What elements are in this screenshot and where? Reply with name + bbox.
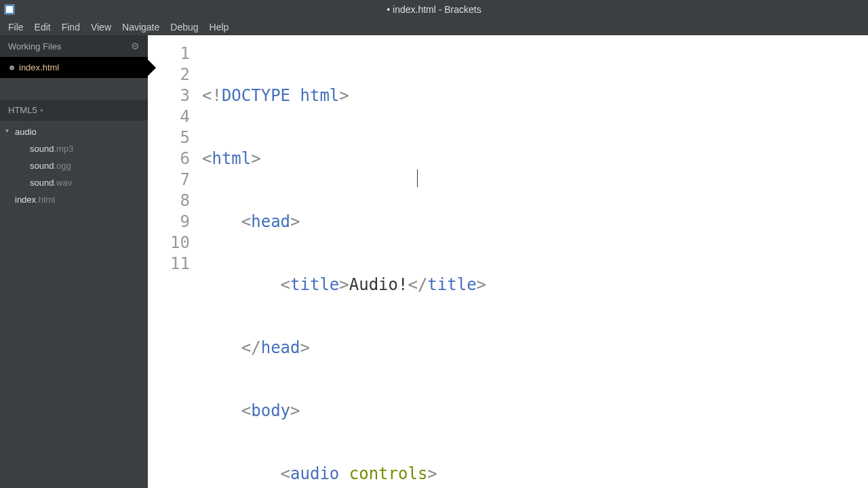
- tree-file[interactable]: sound.ogg: [0, 157, 148, 174]
- tree-file[interactable]: sound.mp3: [0, 140, 148, 157]
- code-line: <title>Audio!</title>: [202, 274, 868, 296]
- menu-find[interactable]: Find: [56, 20, 85, 34]
- menu-debug[interactable]: Debug: [165, 20, 203, 34]
- active-file-arrow-icon: [146, 58, 156, 77]
- menubar: File Edit Find View Navigate Debug Help: [0, 19, 868, 35]
- working-files-header: Working Files ⚙: [0, 35, 148, 57]
- menu-file[interactable]: File: [3, 20, 29, 34]
- app-icon: [4, 4, 15, 15]
- tree-file-index[interactable]: index.html: [0, 191, 148, 208]
- code-line: </head>: [202, 338, 868, 359]
- menu-view[interactable]: View: [85, 20, 117, 34]
- dirty-indicator-icon: [9, 65, 14, 70]
- working-file-item[interactable]: index.html: [0, 57, 148, 78]
- working-files-label: Working Files: [8, 41, 62, 52]
- code-line: <head>: [202, 211, 868, 232]
- menu-edit[interactable]: Edit: [29, 20, 56, 34]
- folder-name: audio: [15, 127, 37, 137]
- gear-icon[interactable]: ⚙: [131, 41, 140, 52]
- main-area: Working Files ⚙ index.html HTML5 ▾ audio…: [0, 35, 868, 488]
- project-header[interactable]: HTML5 ▾: [0, 100, 148, 121]
- menu-help[interactable]: Help: [204, 20, 235, 34]
- code-line: <audio controls>: [202, 464, 868, 485]
- menu-navigate[interactable]: Navigate: [117, 20, 165, 34]
- window-title: • index.html - Brackets: [387, 4, 481, 15]
- titlebar: • index.html - Brackets: [0, 0, 868, 19]
- working-file-name: index.html: [19, 62, 59, 73]
- code-editor[interactable]: 1 2 3 4 5 6 7 8 9 10 11 <!DOCTYPE html> …: [148, 35, 868, 488]
- project-label: HTML5: [8, 105, 37, 115]
- line-number-gutter: 1 2 3 4 5 6 7 8 9 10 11: [148, 35, 202, 488]
- tree-folder-audio[interactable]: audio: [0, 123, 148, 140]
- code-line: <html>: [202, 148, 868, 169]
- sidebar: Working Files ⚙ index.html HTML5 ▾ audio…: [0, 35, 148, 488]
- text-cursor-icon: [417, 169, 418, 187]
- tree-file[interactable]: sound.wav: [0, 174, 148, 191]
- chevron-down-icon: ▾: [40, 107, 43, 114]
- code-line: <body>: [202, 401, 868, 422]
- code-area[interactable]: <!DOCTYPE html> <html> <head> <title>Aud…: [202, 35, 868, 488]
- code-line: <!DOCTYPE html>: [202, 85, 868, 106]
- file-tree: audio sound.mp3 sound.ogg sound.wav inde…: [0, 121, 148, 211]
